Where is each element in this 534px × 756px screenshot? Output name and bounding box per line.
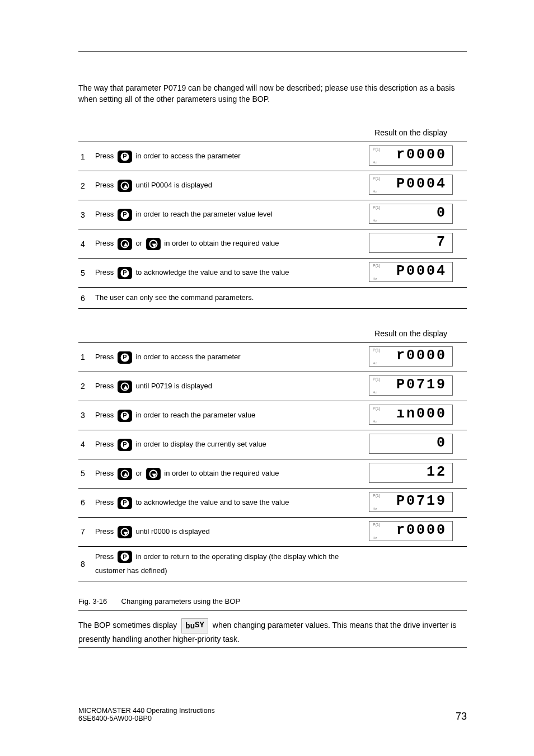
display-indicator-p: P(1) [373, 494, 380, 497]
table-header-row: Result on the display [78, 325, 467, 343]
display-value: r0000 [396, 348, 447, 364]
top-rule [78, 51, 467, 52]
figure-number: Fig. 3-16 [78, 597, 107, 605]
display-indicator-hz: Hz [373, 190, 377, 193]
table-row: 4Press in order to display the currently… [78, 430, 467, 459]
figure-title: Changing parameters using the BOP [121, 597, 240, 605]
row-action: Press in order to display the currently … [93, 430, 355, 459]
display-indicator-p: P(1) [373, 147, 380, 151]
display-panel: 0 [369, 434, 453, 454]
display-panel: P(1)HzP0004 [369, 262, 453, 282]
p-button-icon [118, 439, 132, 451]
up-button-icon [118, 381, 132, 393]
row-number: 3 [78, 200, 93, 229]
row-action: Press in order to access the parameter [93, 142, 355, 171]
display-value: r0000 [396, 522, 447, 538]
display-value: 12 [427, 464, 447, 480]
display-indicator-p: P(1) [373, 176, 380, 180]
row-number: 7 [78, 517, 93, 546]
display-indicator-p: P(1) [373, 406, 380, 410]
row-display: 7 [355, 229, 467, 259]
row-action: Press in order to return to the operatin… [93, 546, 355, 581]
busy-note: The BOP sometimes display buSY when chan… [78, 618, 467, 645]
display-value: P0719 [396, 377, 447, 393]
display-value: P0004 [396, 176, 447, 192]
row-number: 1 [78, 342, 93, 372]
p-button-icon [118, 351, 132, 364]
p-button-icon [118, 551, 132, 563]
down-button-icon [146, 238, 161, 250]
p-button-icon [118, 267, 132, 279]
row-action: Press or in order to obtain the required… [93, 459, 355, 488]
row-number: 2 [78, 372, 93, 401]
display-value: ın000 [396, 406, 447, 422]
display-indicator-p: P(1) [373, 348, 380, 352]
display-panel: 7 [369, 233, 453, 253]
display-value: r0000 [396, 147, 447, 163]
page: The way that parameter P0719 can be chan… [0, 0, 534, 756]
row-action: Press to acknowledge the value and to sa… [93, 259, 355, 288]
table-row: 1Press in order to access the parameterP… [78, 142, 467, 171]
row-action: Press until P0719 is displayed [93, 372, 355, 401]
table-header-row: Result on the display [78, 124, 467, 142]
row-number: 5 [78, 259, 93, 288]
result-header: Result on the display [355, 124, 467, 142]
row-number: 4 [78, 430, 93, 459]
table-row: 6Press to acknowledge the value and to s… [78, 488, 467, 517]
row-action: The user can only see the command parame… [93, 288, 355, 309]
table-row: 8Press in order to return to the operati… [78, 546, 467, 581]
table-p0719: Result on the display 1Press in order to… [78, 325, 467, 581]
row-action: Press in order to reach the parameter va… [93, 401, 355, 430]
row-display: 0 [355, 430, 467, 459]
display-panel: P(1)Hz0 [369, 204, 453, 224]
row-number: 3 [78, 401, 93, 430]
row-number: 1 [78, 142, 93, 171]
page-number: 73 [456, 711, 467, 722]
result-header: Result on the display [355, 325, 467, 343]
row-action: Press or in order to obtain the required… [93, 229, 355, 259]
up-button-icon [118, 180, 132, 192]
busy-badge: buSY [181, 618, 208, 633]
footer-line-1: MICROMASTER 440 Operating Instructions [78, 707, 467, 715]
row-display: P(1)Hzr0000 [355, 142, 467, 171]
row-display [355, 546, 467, 581]
display-indicator-hz: Hz [373, 536, 377, 539]
row-display: P(1)Hzr0000 [355, 342, 467, 372]
row-display [355, 288, 467, 309]
p-button-icon [118, 497, 132, 509]
row-number: 6 [78, 288, 93, 309]
figure-label: Fig. 3-16 Changing parameters using the … [78, 597, 467, 605]
p-button-icon [118, 410, 132, 422]
page-footer: MICROMASTER 440 Operating Instructions 6… [78, 707, 467, 722]
up-button-icon [118, 468, 132, 480]
display-panel: P(1)HzP0719 [369, 492, 453, 512]
row-display: P(1)Hz0 [355, 200, 467, 229]
display-indicator-p: P(1) [373, 205, 380, 209]
row-action: Press in order to access the parameter [93, 342, 355, 372]
display-indicator-p: P(1) [373, 264, 380, 267]
row-number: 4 [78, 229, 93, 259]
table-row: 2Press until P0719 is displayedP(1)HzP07… [78, 372, 467, 401]
p-button-icon [118, 209, 132, 221]
table-row: 3Press in order to reach the parameter v… [78, 401, 467, 430]
table-p0004: Result on the display 1Press in order to… [78, 124, 467, 309]
row-action: Press until r0000 is displayed [93, 517, 355, 546]
row-action: Press to acknowledge the value and to sa… [93, 488, 355, 517]
table-row: 1Press in order to access the parameterP… [78, 342, 467, 372]
display-value: 0 [437, 435, 447, 451]
display-panel: P(1)HzP0004 [369, 175, 453, 195]
down-button-icon [118, 526, 132, 538]
divider [78, 610, 467, 611]
row-display: P(1)HzP0004 [355, 259, 467, 288]
table-row: 3Press in order to reach the parameter v… [78, 200, 467, 229]
display-indicator-hz: Hz [373, 507, 377, 510]
table-row: 5Press to acknowledge the value and to s… [78, 259, 467, 288]
row-display: P(1)HzP0004 [355, 171, 467, 200]
display-indicator-hz: Hz [373, 277, 377, 280]
row-display: 12 [355, 459, 467, 488]
display-panel: 12 [369, 463, 453, 483]
table-row: 6The user can only see the command param… [78, 288, 467, 309]
display-indicator-p: P(1) [373, 377, 380, 381]
row-number: 5 [78, 459, 93, 488]
table-row: 4Press or in order to obtain the require… [78, 229, 467, 259]
